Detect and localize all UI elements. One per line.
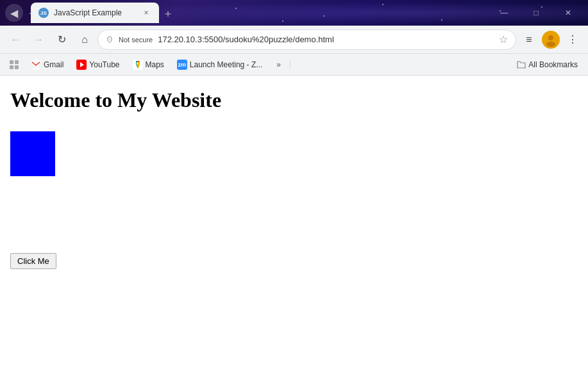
- home-button[interactable]: ⌂: [74, 29, 95, 50]
- forward-button[interactable]: →: [28, 29, 49, 50]
- youtube-favicon: [76, 60, 87, 70]
- click-me-button[interactable]: Click Me: [10, 253, 56, 269]
- bookmark-item-maps[interactable]: Maps: [128, 58, 169, 71]
- bookmark-zoom-label: Launch Meeting - Z...: [190, 60, 262, 69]
- maps-favicon: [133, 60, 143, 70]
- navigation-toolbar: ← → ↻ ⌂ ! Not secure 172.20.10.3:5500/su…: [0, 26, 588, 54]
- svg-point-4: [548, 35, 553, 40]
- bookmark-star-button[interactable]: ☆: [499, 33, 508, 45]
- reload-button[interactable]: ↻: [51, 29, 72, 50]
- address-text: 172.20.10.3:5500/sudoku%20puzzle/demo.ht…: [158, 35, 494, 44]
- bookmark-gmail-label: Gmail: [44, 60, 63, 69]
- tab-favicon: JS: [38, 8, 49, 18]
- active-tab[interactable]: JS JavaScript Example ×: [31, 3, 159, 23]
- maximize-button[interactable]: □: [521, 3, 551, 23]
- security-icon: !: [106, 36, 113, 44]
- bookmark-youtube-label: YouTube: [89, 60, 119, 69]
- page-heading: Welcome to My Website: [10, 88, 578, 112]
- title-bar: ◀ JS JavaScript Example × + — □ ✕: [0, 0, 588, 26]
- svg-point-5: [546, 42, 555, 47]
- folder-icon: [517, 60, 526, 69]
- profile-button[interactable]: [542, 31, 560, 49]
- browser-window: ◀ JS JavaScript Example × + — □ ✕ ←: [0, 0, 588, 378]
- bookmark-item-youtube[interactable]: YouTube: [71, 58, 124, 71]
- tab-title: JavaScript Example: [54, 8, 136, 17]
- more-bookmarks-button[interactable]: »: [273, 59, 285, 70]
- bookmark-item-gmail[interactable]: Gmail: [26, 58, 69, 71]
- window-controls: — □ ✕: [489, 3, 583, 23]
- bookmark-maps-label: Maps: [146, 60, 164, 69]
- zoom-favicon: zm: [177, 60, 187, 70]
- tab-bar: JS JavaScript Example × +: [31, 3, 485, 23]
- all-bookmarks-button[interactable]: All Bookmarks: [512, 59, 583, 70]
- apps-grid-button[interactable]: [5, 56, 23, 74]
- address-bar[interactable]: ! Not secure 172.20.10.3:5500/sudoku%20p…: [97, 29, 516, 50]
- bookmark-item-zoom[interactable]: zm Launch Meeting - Z...: [172, 58, 267, 71]
- gmail-favicon: [31, 60, 41, 70]
- tab-list-button[interactable]: ≡: [519, 29, 539, 50]
- bookmarks-bar: Gmail YouTube Maps zm Launch Meeting: [0, 54, 588, 76]
- page-content: Welcome to My Website Click Me: [0, 76, 588, 378]
- all-bookmarks-label: All Bookmarks: [528, 60, 578, 69]
- tab-close-button[interactable]: ×: [141, 8, 151, 18]
- toolbar-right: ≡ ⋮: [519, 29, 583, 50]
- security-label: Not secure: [119, 36, 153, 44]
- sidebar-toggle-button[interactable]: ◀: [5, 4, 23, 22]
- grid-icon: [10, 60, 19, 69]
- back-button[interactable]: ←: [5, 29, 26, 50]
- close-button[interactable]: ✕: [553, 3, 583, 23]
- bookmarks-separator: [290, 60, 290, 70]
- new-tab-button[interactable]: +: [159, 5, 177, 23]
- menu-button[interactable]: ⋮: [562, 29, 583, 50]
- blue-box: [10, 131, 55, 176]
- svg-text:JS: JS: [40, 10, 47, 16]
- svg-text:!: !: [109, 38, 110, 42]
- minimize-button[interactable]: —: [489, 3, 519, 23]
